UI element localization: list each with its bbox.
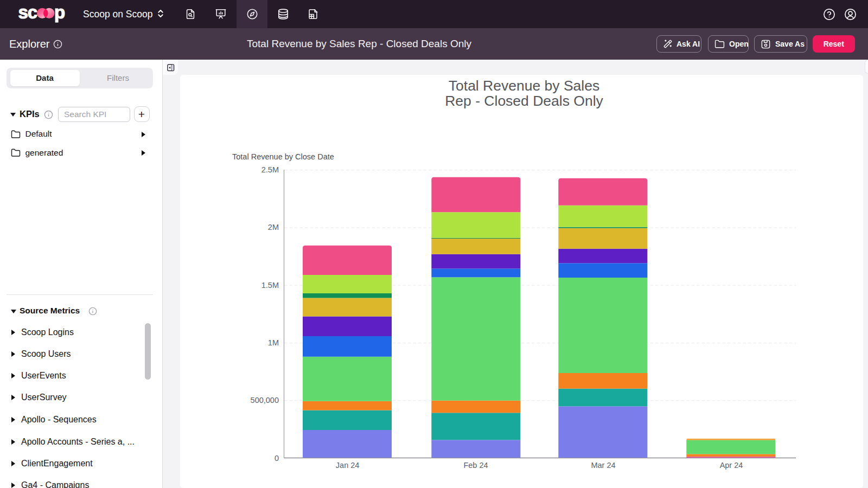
svg-text:Feb 24: Feb 24 — [463, 461, 488, 470]
svg-text:0: 0 — [275, 454, 279, 463]
svg-text:Rep - Closed Deals Only: Rep - Closed Deals Only — [445, 93, 603, 109]
svg-text:1.5M: 1.5M — [261, 281, 279, 290]
svg-text:Mar 24: Mar 24 — [591, 461, 615, 470]
svg-text:500,000: 500,000 — [251, 396, 279, 404]
svg-text:Apr 24: Apr 24 — [720, 461, 743, 470]
svg-text:Total Revenue by Sales: Total Revenue by Sales — [449, 78, 599, 94]
svg-text:Total Revenue by Close Date: Total Revenue by Close Date — [232, 152, 334, 161]
svg-text:Jan 24: Jan 24 — [336, 461, 360, 470]
svg-text:1M: 1M — [268, 338, 279, 347]
svg-text:2M: 2M — [268, 223, 279, 232]
svg-text:2.5M: 2.5M — [261, 165, 279, 174]
